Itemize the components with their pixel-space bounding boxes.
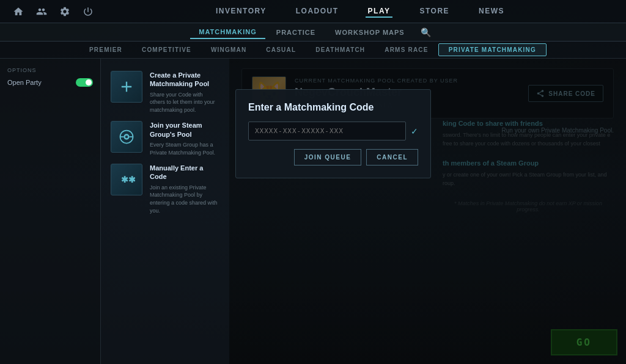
steam-icon xyxy=(111,121,142,153)
ter-nav-arms-race[interactable]: ARMS RACE xyxy=(375,44,438,56)
sidebar-open-party: Open Party xyxy=(7,78,93,87)
ter-nav-private-matchmaking[interactable]: PRIVATE MATCHMAKING xyxy=(438,43,547,56)
ter-nav-deathmatch[interactable]: DEATHMATCH xyxy=(306,44,375,56)
action-manual-text: Manually Enter a Code Join an existing P… xyxy=(150,164,219,214)
open-party-toggle[interactable] xyxy=(76,78,93,87)
right-panel: Current Matchmaking Pool created by user… xyxy=(229,59,626,364)
manual-icon: ✱✱ xyxy=(111,164,142,195)
modal: Enter a Matchmaking Code ✓ JOIN QUEUE CA… xyxy=(235,89,431,178)
secondary-nav: MATCHMAKING PRACTICE WORKSHOP MAPS 🔍 xyxy=(0,23,626,42)
action-manual-desc: Join an existing Private Matchmaking Poo… xyxy=(150,184,219,214)
sec-nav-practice[interactable]: PRACTICE xyxy=(268,26,324,38)
nav-icons xyxy=(12,5,94,18)
action-steam-desc: Every Steam Group has a Private Matchmak… xyxy=(150,141,219,156)
join-queue-button[interactable]: JOIN QUEUE xyxy=(294,149,362,166)
cancel-button[interactable]: CANCEL xyxy=(366,149,418,166)
power-icon[interactable] xyxy=(82,5,94,18)
ter-nav-competitive[interactable]: COMPETITIVE xyxy=(132,44,201,56)
settings-icon[interactable] xyxy=(59,5,71,18)
home-icon[interactable] xyxy=(12,5,24,18)
modal-overlay: Enter a Matchmaking Code ✓ JOIN QUEUE CA… xyxy=(229,59,626,364)
app-container: INVENTORY LOADOUT PLAY STORE NEWS MATCHM… xyxy=(0,0,626,364)
modal-buttons: JOIN QUEUE CANCEL xyxy=(248,149,418,166)
action-steam-group[interactable]: Join your Steam Group's Pool Every Steam… xyxy=(111,121,219,156)
sidebar-section-label: Options xyxy=(7,67,93,73)
action-manual[interactable]: ✱✱ Manually Enter a Code Join an existin… xyxy=(111,164,219,214)
action-manual-title: Manually Enter a Code xyxy=(150,164,219,181)
top-nav-links: INVENTORY LOADOUT PLAY STORE NEWS xyxy=(106,5,614,18)
action-create[interactable]: Create a Private Matchmaking Pool Share … xyxy=(111,71,219,114)
svg-point-2 xyxy=(125,136,128,139)
nav-loadout[interactable]: LOADOUT xyxy=(293,5,341,18)
action-create-desc: Share your Code with others to let them … xyxy=(150,91,219,114)
matchmaking-code-input[interactable] xyxy=(248,122,406,140)
group-icon[interactable] xyxy=(35,5,48,18)
modal-title: Enter a Matchmaking Code xyxy=(248,102,418,113)
ter-nav-casual[interactable]: CASUAL xyxy=(256,44,306,56)
nav-news[interactable]: NEWS xyxy=(476,5,507,18)
search-icon[interactable]: 🔍 xyxy=(416,25,436,40)
sec-nav-matchmaking[interactable]: MATCHMAKING xyxy=(190,26,265,39)
ter-nav-wingman[interactable]: WINGMAN xyxy=(201,44,256,56)
action-create-text: Create a Private Matchmaking Pool Share … xyxy=(150,71,219,114)
modal-input-row: ✓ xyxy=(248,122,418,140)
tertiary-nav: PREMIER COMPETITIVE WINGMAN CASUAL DEATH… xyxy=(0,42,626,59)
nav-inventory[interactable]: INVENTORY xyxy=(213,5,269,18)
open-party-label: Open Party xyxy=(7,79,42,86)
sec-nav-workshop[interactable]: WORKSHOP MAPS xyxy=(326,26,413,38)
nav-play[interactable]: PLAY xyxy=(366,5,393,18)
ter-nav-premier[interactable]: PREMIER xyxy=(79,44,132,56)
action-create-title: Create a Private Matchmaking Pool xyxy=(150,71,219,89)
action-items: Create a Private Matchmaking Pool Share … xyxy=(101,59,229,364)
check-icon: ✓ xyxy=(411,126,418,136)
action-steam-text: Join your Steam Group's Pool Every Steam… xyxy=(150,121,219,156)
action-steam-title: Join your Steam Group's Pool xyxy=(150,121,219,139)
create-icon xyxy=(111,71,142,103)
main-content: Options Open Party Create a Private Matc… xyxy=(0,59,626,364)
top-nav: INVENTORY LOADOUT PLAY STORE NEWS xyxy=(0,0,626,23)
svg-text:✱✱: ✱✱ xyxy=(121,175,135,184)
nav-store[interactable]: STORE xyxy=(417,5,452,18)
sidebar: Options Open Party xyxy=(0,59,101,364)
